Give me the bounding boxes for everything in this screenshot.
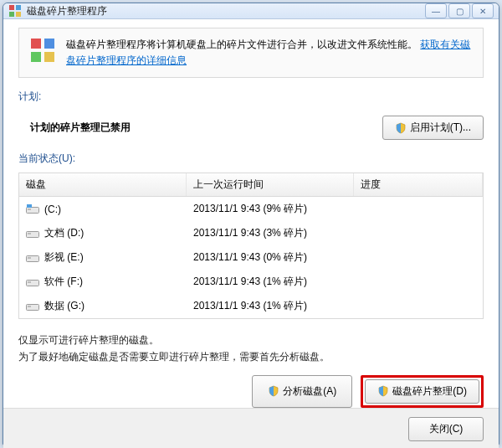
svg-rect-1: [16, 5, 21, 10]
status-label: 当前状态(U):: [18, 152, 484, 166]
info-description: 磁盘碎片整理程序将计算机硬盘上的碎片文件进行合并，以改进文件系统性能。: [66, 39, 417, 50]
table-row[interactable]: 文档 (D:)2013/11/1 9:43 (3% 碎片): [19, 221, 483, 245]
defrag-info-icon: [29, 37, 56, 64]
last-run: 2013/11/1 9:43 (9% 碎片): [193, 202, 307, 216]
note-block: 仅显示可进行碎片整理的磁盘。 为了最好地确定磁盘是否需要立即进行碎片整理，需要首…: [18, 332, 484, 364]
svg-rect-0: [9, 5, 14, 10]
svg-rect-16: [28, 281, 31, 283]
svg-rect-9: [28, 209, 31, 210]
table-row[interactable]: 软件 (F:)2013/11/1 9:43 (1% 碎片): [19, 270, 483, 294]
table-row[interactable]: 数据 (G:)2013/11/1 9:43 (1% 碎片): [19, 294, 483, 318]
info-panel: 磁盘碎片整理程序将计算机硬盘上的碎片文件进行合并，以改进文件系统性能。 获取有关…: [18, 28, 484, 78]
svg-rect-12: [28, 233, 31, 234]
disk-name: 数据 (G:): [44, 299, 85, 313]
col-header-progress[interactable]: 进度: [354, 173, 483, 196]
table-row[interactable]: (C:)2013/11/1 9:43 (9% 碎片): [19, 197, 483, 221]
minimize-button[interactable]: —: [425, 3, 447, 18]
last-run: 2013/11/1 9:43 (1% 碎片): [193, 275, 307, 289]
window: 磁盘碎片整理程序 — ▢ ✕ 磁盘碎片整理程序将计算机硬盘上的碎片文件进行合并，…: [3, 3, 499, 445]
disk-table: 磁盘 上一次运行时间 进度 (C:)2013/11/1 9:43 (9% 碎片)…: [18, 173, 484, 319]
disk-name: 软件 (F:): [44, 275, 83, 289]
col-header-last-run[interactable]: 上一次运行时间: [187, 173, 354, 196]
last-run: 2013/11/1 9:43 (0% 碎片): [193, 250, 307, 265]
drive-icon: [26, 253, 39, 263]
svg-rect-7: [44, 52, 54, 62]
svg-rect-18: [28, 306, 31, 307]
note-line-2: 为了最好地确定磁盘是否需要立即进行碎片整理，需要首先分析磁盘。: [18, 349, 484, 365]
defrag-button[interactable]: 磁盘碎片整理(D): [365, 379, 479, 404]
enable-schedule-button[interactable]: 启用计划(T)...: [382, 116, 484, 140]
table-body: (C:)2013/11/1 9:43 (9% 碎片)文档 (D:)2013/11…: [19, 197, 483, 318]
schedule-label: 计划:: [18, 90, 484, 104]
defrag-highlight: 磁盘碎片整理(D): [361, 375, 484, 408]
window-controls: — ▢ ✕: [425, 3, 494, 18]
disk-name: (C:): [44, 203, 61, 215]
close-label: 关闭(C): [429, 422, 464, 436]
disk-name: 文档 (D:): [44, 226, 84, 240]
close-window-button[interactable]: ✕: [472, 3, 494, 18]
svg-rect-3: [16, 12, 21, 17]
svg-rect-4: [31, 39, 41, 49]
shield-icon: [377, 385, 389, 397]
table-header: 磁盘 上一次运行时间 进度: [19, 173, 483, 197]
note-line-1: 仅显示可进行碎片整理的磁盘。: [18, 332, 484, 348]
system-drive-icon: [26, 204, 39, 214]
analyze-label: 分析磁盘(A): [283, 384, 336, 399]
last-run: 2013/11/1 9:43 (1% 碎片): [193, 299, 307, 313]
info-text: 磁盘碎片整理程序将计算机硬盘上的碎片文件进行合并，以改进文件系统性能。 获取有关…: [66, 37, 473, 69]
analyze-button[interactable]: 分析磁盘(A): [252, 375, 352, 408]
maximize-button[interactable]: ▢: [448, 3, 470, 18]
footer: 关闭(C): [3, 408, 499, 448]
defrag-app-icon: [8, 4, 22, 18]
svg-rect-14: [28, 257, 31, 259]
svg-rect-2: [9, 12, 14, 17]
schedule-row: 计划的碎片整理已禁用 启用计划(T)...: [18, 111, 484, 152]
drive-icon: [26, 229, 39, 239]
svg-rect-10: [27, 204, 32, 208]
last-run: 2013/11/1 9:43 (3% 碎片): [193, 226, 307, 240]
content-area: 磁盘碎片整理程序将计算机硬盘上的碎片文件进行合并，以改进文件系统性能。 获取有关…: [3, 19, 499, 408]
table-row[interactable]: 影视 (E:)2013/11/1 9:43 (0% 碎片): [19, 245, 483, 270]
enable-schedule-label: 启用计划(T)...: [410, 121, 471, 135]
schedule-status: 计划的碎片整理已禁用: [30, 121, 382, 135]
shield-icon: [395, 122, 407, 134]
drive-icon: [26, 277, 39, 287]
window-title: 磁盘碎片整理程序: [27, 4, 425, 18]
disk-name: 影视 (E:): [44, 250, 84, 265]
titlebar[interactable]: 磁盘碎片整理程序 — ▢ ✕: [3, 3, 499, 19]
col-header-disk[interactable]: 磁盘: [19, 173, 187, 196]
action-row: 分析磁盘(A) 磁盘碎片整理(D): [18, 375, 484, 408]
close-button[interactable]: 关闭(C): [408, 417, 484, 441]
drive-icon: [26, 301, 39, 312]
svg-rect-6: [31, 52, 41, 62]
shield-icon: [268, 385, 279, 397]
defrag-label: 磁盘碎片整理(D): [392, 384, 467, 399]
svg-rect-5: [44, 39, 54, 49]
